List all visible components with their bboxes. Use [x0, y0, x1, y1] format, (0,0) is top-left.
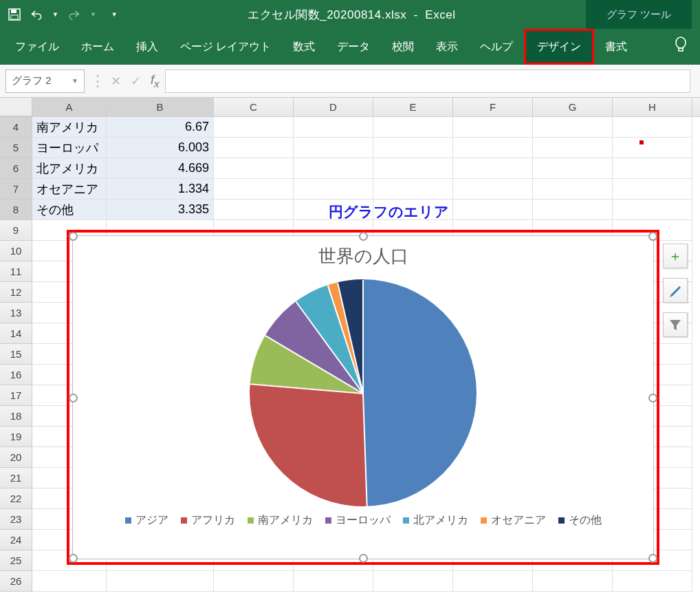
cell[interactable] [453, 138, 533, 158]
cell[interactable] [533, 158, 613, 179]
tell-me-icon[interactable] [661, 36, 700, 57]
chart-object[interactable]: 世界の人口 アジアアフリカ南アメリカヨーロッパ北アメリカオセアニアその他 [72, 235, 654, 559]
row-header[interactable]: 17 [0, 385, 32, 406]
undo-icon[interactable] [30, 8, 43, 21]
save-icon[interactable] [8, 8, 21, 21]
col-header-f[interactable]: F [453, 98, 533, 116]
cell[interactable] [613, 158, 692, 179]
chart-filter-button[interactable] [663, 312, 688, 337]
row-header[interactable]: 7 [0, 179, 32, 200]
cell[interactable] [294, 158, 373, 179]
chart-title[interactable]: 世界の人口 [73, 244, 653, 268]
row-header[interactable]: 24 [0, 530, 32, 550]
row-header[interactable]: 26 [0, 571, 32, 592]
col-header-b[interactable]: B [107, 98, 214, 116]
resize-handle-s[interactable] [359, 554, 368, 563]
row-header[interactable]: 9 [0, 220, 32, 241]
tab-view[interactable]: 表示 [425, 29, 469, 65]
row-header[interactable]: 14 [0, 323, 32, 344]
resize-handle-e[interactable] [648, 394, 657, 402]
row-header[interactable]: 22 [0, 488, 32, 509]
cell[interactable] [533, 179, 613, 200]
row-header[interactable]: 8 [0, 200, 32, 220]
row-header[interactable]: 11 [0, 261, 32, 282]
cell[interactable] [373, 571, 453, 592]
row-header[interactable]: 19 [0, 427, 32, 447]
cell[interactable] [294, 138, 373, 158]
row-header[interactable]: 20 [0, 447, 32, 468]
legend-item[interactable]: ヨーロッパ [325, 513, 391, 528]
col-header-a[interactable]: A [32, 98, 107, 116]
col-header-g[interactable]: G [533, 98, 613, 116]
col-header-c[interactable]: C [214, 98, 294, 116]
cell[interactable] [533, 200, 613, 220]
col-header-e[interactable]: E [373, 98, 453, 116]
chart-elements-button[interactable]: ＋ [663, 244, 688, 268]
cell[interactable] [214, 179, 294, 200]
cell[interactable] [533, 138, 613, 158]
cell[interactable] [214, 571, 294, 592]
row-header[interactable]: 21 [0, 468, 32, 488]
redo-icon[interactable] [68, 8, 80, 21]
cell[interactable] [214, 158, 294, 179]
enter-icon[interactable]: ✓ [131, 74, 141, 89]
tab-review[interactable]: 校閲 [381, 29, 425, 65]
row-header[interactable]: 15 [0, 344, 32, 365]
tab-help[interactable]: ヘルプ [469, 29, 524, 65]
resize-handle-sw[interactable] [69, 554, 78, 563]
cell[interactable] [32, 571, 107, 592]
cell[interactable]: 6.003 [107, 138, 214, 158]
row-header[interactable]: 6 [0, 158, 32, 179]
col-header-d[interactable]: D [294, 98, 373, 116]
legend-item[interactable]: アフリカ [181, 513, 235, 528]
cell[interactable] [294, 179, 373, 200]
tab-file[interactable]: ファイル [4, 29, 70, 65]
cell[interactable] [294, 571, 373, 592]
cell[interactable] [533, 571, 613, 592]
row-header[interactable]: 10 [0, 241, 32, 261]
name-box[interactable]: グラフ 2 ▼ [6, 69, 85, 93]
cell[interactable] [453, 179, 533, 200]
legend-item[interactable]: その他 [558, 513, 602, 528]
undo-dropdown-icon[interactable]: ▼ [52, 11, 58, 18]
cell[interactable]: 1.334 [107, 179, 214, 200]
cell[interactable]: 3.335 [107, 200, 214, 220]
cell[interactable] [373, 138, 453, 158]
tab-formulas[interactable]: 数式 [282, 29, 326, 65]
row-header[interactable]: 23 [0, 509, 32, 530]
cell[interactable] [613, 138, 692, 158]
cell[interactable] [613, 200, 692, 220]
resize-handle-ne[interactable] [648, 232, 657, 241]
resize-handle-n[interactable] [359, 232, 368, 241]
fx-icon[interactable]: fx [151, 73, 160, 89]
cell[interactable]: その他 [32, 200, 107, 220]
legend-item[interactable]: アジア [125, 513, 168, 528]
resize-handle-se[interactable] [648, 554, 657, 563]
cell[interactable]: オセアニア [32, 179, 107, 200]
cell[interactable] [453, 571, 533, 592]
cell[interactable] [214, 200, 294, 220]
cell[interactable] [294, 117, 373, 138]
cell[interactable] [373, 158, 453, 179]
col-header-h[interactable]: H [613, 98, 692, 116]
resize-handle-nw[interactable] [69, 232, 78, 241]
cell[interactable]: 北アメリカ [32, 158, 107, 179]
legend-item[interactable]: 南アメリカ [248, 513, 313, 528]
select-all-corner[interactable] [0, 98, 32, 116]
row-header[interactable]: 16 [0, 365, 32, 385]
cell[interactable]: 南アメリカ [32, 117, 107, 138]
cell[interactable] [613, 117, 692, 138]
cell[interactable]: ヨーロッパ [32, 138, 107, 158]
row-header[interactable]: 4 [0, 117, 32, 138]
resize-handle-w[interactable] [69, 394, 78, 402]
pie-plot-area[interactable] [250, 279, 477, 506]
cell[interactable]: 4.669 [107, 158, 214, 179]
row-header[interactable]: 13 [0, 303, 32, 323]
tab-insert[interactable]: 挿入 [125, 29, 169, 65]
qat-customize-icon[interactable]: ▼ [111, 11, 118, 18]
legend-item[interactable]: 北アメリカ [403, 513, 468, 528]
tab-format[interactable]: 書式 [594, 29, 638, 65]
formula-bar-input[interactable] [165, 69, 690, 93]
chart-styles-button[interactable] [663, 278, 688, 303]
cell[interactable] [214, 138, 294, 158]
